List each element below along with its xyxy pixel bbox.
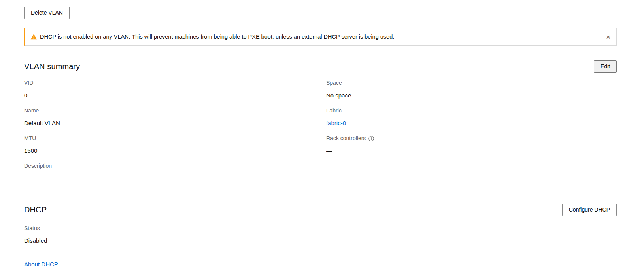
alert-close-button[interactable]: × [605,33,611,41]
dhcp-header: DHCP Configure DHCP [24,204,617,216]
field-fabric: Fabric fabric-0 [326,107,617,127]
dhcp-section: DHCP Configure DHCP Status Disabled Abou… [24,204,617,268]
field-vid: VID 0 [24,80,326,99]
field-space-label: Space [326,80,617,86]
field-mtu: MTU 1500 [24,135,326,155]
field-rack-controllers: Rack controllers — [326,135,617,155]
vlan-summary-left-column: VID 0 Name Default VLAN MTU 1500 Descrip… [24,80,326,190]
info-icon[interactable] [368,136,374,141]
field-dhcp-status-value: Disabled [24,237,617,245]
field-rack-controllers-value: — [326,147,617,155]
fabric-link[interactable]: fabric-0 [326,120,346,126]
field-name: Name Default VLAN [24,107,326,127]
field-vid-value: 0 [24,92,326,99]
vlan-detail-page: Delete VLAN DHCP is not enabled on any V… [0,0,644,268]
field-description: Description — [24,163,326,182]
field-mtu-value: 1500 [24,147,326,155]
vlan-summary-fields: VID 0 Name Default VLAN MTU 1500 Descrip… [24,80,617,190]
field-rack-controllers-label-text: Rack controllers [326,135,366,142]
field-dhcp-status: Status Disabled [24,225,617,245]
field-space-value: No space [326,92,617,99]
vlan-summary-title: VLAN summary [24,62,80,71]
alert-message: DHCP is not enabled on any VLAN. This wi… [40,33,605,41]
vlan-summary-section: VLAN summary Edit VID 0 Name Default VLA… [24,60,617,190]
delete-vlan-button[interactable]: Delete VLAN [24,7,70,19]
vlan-summary-right-column: Space No space Fabric fabric-0 Rack cont… [326,80,617,190]
field-mtu-label: MTU [24,135,326,142]
dhcp-title: DHCP [24,205,47,214]
warning-icon [30,34,37,40]
field-vid-label: VID [24,80,326,86]
field-description-label: Description [24,163,326,169]
field-space: Space No space [326,80,617,99]
configure-dhcp-button[interactable]: Configure DHCP [562,204,617,216]
vlan-summary-header: VLAN summary Edit [24,60,617,73]
dhcp-fields: Status Disabled About DHCP [24,225,617,268]
close-icon: × [606,33,610,41]
field-rack-controllers-label: Rack controllers [326,135,617,142]
field-description-value: — [24,174,326,182]
about-dhcp-link[interactable]: About DHCP [24,261,58,268]
edit-button[interactable]: Edit [594,60,617,73]
field-name-label: Name [24,107,326,114]
field-dhcp-status-label: Status [24,225,617,232]
field-fabric-label: Fabric [326,107,617,114]
field-name-value: Default VLAN [24,119,326,127]
dhcp-warning-alert: DHCP is not enabled on any VLAN. This wi… [24,28,617,46]
